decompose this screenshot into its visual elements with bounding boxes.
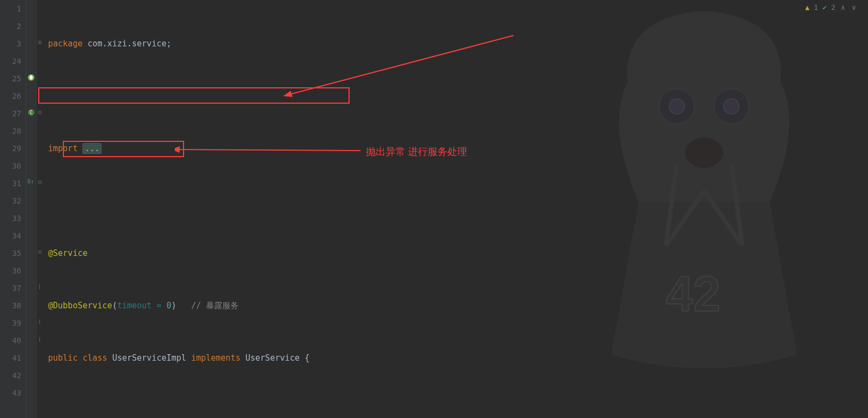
- class-icon[interactable]: C: [27, 109, 36, 117]
- service-annotation: @Service: [48, 248, 87, 258]
- warning-icon[interactable]: ▲: [805, 3, 810, 11]
- line-number-gutter: 1 2 3 24 25 26 27 28 29 30 31 32 33 34 3…: [0, 0, 26, 418]
- warning-count: 1: [814, 3, 818, 11]
- dubbo-annotation: @DubboService: [48, 301, 112, 310]
- code-editor[interactable]: 1 2 3 24 25 26 27 28 29 30 31 32 33 34 3…: [0, 0, 868, 418]
- expose-comment: // 暴露服务: [191, 301, 239, 310]
- fold-collapse-icon[interactable]: ⊟: [38, 179, 42, 185]
- fold-end-icon[interactable]: ⌊: [38, 336, 42, 342]
- inspection-indicators[interactable]: ▲1 ✔2 ∧ ∨: [805, 3, 857, 11]
- gutter-icon-strip: C O↑: [26, 0, 37, 418]
- fold-end-icon[interactable]: ⌊: [38, 319, 42, 325]
- fold-collapse-icon[interactable]: ⊟: [38, 109, 42, 115]
- timeout-param: timeout =: [117, 301, 166, 310]
- class-name: UserServiceImpl: [112, 353, 191, 363]
- package-path: com.xizi.service: [87, 39, 167, 49]
- fold-gutter: ⊞ ⊟ ⊟ ⊟ ⌊ ⌊ ⌊: [37, 0, 45, 418]
- fold-expand-icon[interactable]: ⊞: [38, 39, 42, 45]
- override-icon[interactable]: O↑: [27, 178, 36, 187]
- next-highlight-icon[interactable]: ∨: [851, 3, 857, 11]
- spring-bean-icon[interactable]: [27, 74, 36, 82]
- fold-end-icon[interactable]: ⌊: [38, 284, 42, 290]
- keyword-import: import: [48, 144, 82, 153]
- fold-collapse-icon[interactable]: ⊟: [38, 249, 42, 255]
- import-fold[interactable]: ...: [82, 143, 102, 154]
- svg-text:C: C: [29, 110, 32, 115]
- keyword-package: package: [48, 39, 87, 49]
- pass-count: 2: [831, 3, 836, 11]
- annotation-label: 抛出异常 进行服务处理: [366, 145, 467, 158]
- prev-highlight-icon[interactable]: ∧: [840, 3, 846, 11]
- code-text-area[interactable]: package com.xizi.service; import ... @Se…: [45, 0, 868, 418]
- interface-name: UserService: [245, 353, 304, 363]
- check-icon[interactable]: ✔: [823, 3, 827, 11]
